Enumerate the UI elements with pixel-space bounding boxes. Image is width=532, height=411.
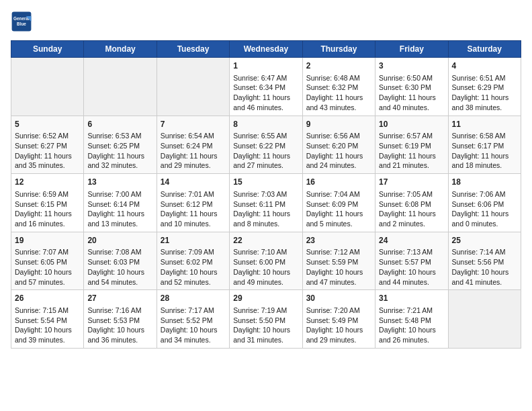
calendar-day-cell: 17Sunrise: 7:05 AMSunset: 6:08 PMDayligh…	[375, 174, 448, 232]
calendar-day-cell: 6Sunrise: 6:53 AMSunset: 6:25 PMDaylight…	[84, 116, 157, 174]
calendar-week-row: 5Sunrise: 6:52 AMSunset: 6:27 PMDaylight…	[11, 116, 521, 174]
calendar-day-cell: 10Sunrise: 6:57 AMSunset: 6:19 PMDayligh…	[375, 116, 448, 174]
logo-icon: General Blue	[11, 11, 32, 32]
day-number: 25	[452, 235, 517, 246]
calendar-day-cell: 19Sunrise: 7:07 AMSunset: 6:05 PMDayligh…	[11, 232, 84, 290]
weekday-header: Sunday	[11, 41, 84, 58]
day-number: 2	[306, 60, 371, 72]
day-number: 13	[87, 177, 152, 188]
calendar-day-cell: 20Sunrise: 7:08 AMSunset: 6:03 PMDayligh…	[84, 232, 157, 290]
calendar-week-row: 19Sunrise: 7:07 AMSunset: 6:05 PMDayligh…	[11, 232, 521, 290]
day-number: 21	[161, 235, 226, 246]
calendar-day-cell: 12Sunrise: 6:59 AMSunset: 6:15 PMDayligh…	[11, 174, 84, 232]
calendar-week-row: 12Sunrise: 6:59 AMSunset: 6:15 PMDayligh…	[11, 174, 521, 232]
day-number: 16	[306, 177, 371, 188]
weekday-header: Monday	[84, 41, 157, 58]
calendar-day-cell: 28Sunrise: 7:17 AMSunset: 5:52 PMDayligh…	[157, 290, 229, 349]
calendar-day-cell: 1Sunrise: 6:47 AMSunset: 6:34 PMDaylight…	[230, 58, 302, 116]
day-number: 7	[161, 119, 226, 130]
weekday-header-row: SundayMondayTuesdayWednesdayThursdayFrid…	[11, 41, 521, 58]
calendar-day-cell: 23Sunrise: 7:12 AMSunset: 5:59 PMDayligh…	[302, 232, 375, 290]
day-number: 31	[379, 293, 444, 304]
calendar-week-row: 1Sunrise: 6:47 AMSunset: 6:34 PMDaylight…	[11, 58, 521, 116]
weekday-header: Wednesday	[230, 41, 302, 58]
day-number: 4	[452, 60, 517, 72]
calendar-day-cell: 16Sunrise: 7:04 AMSunset: 6:09 PMDayligh…	[302, 174, 375, 232]
logo: General Blue	[11, 11, 35, 32]
calendar-day-cell: 13Sunrise: 7:00 AMSunset: 6:14 PMDayligh…	[84, 174, 157, 232]
weekday-header: Tuesday	[157, 41, 229, 58]
day-number: 15	[233, 177, 298, 188]
day-number: 1	[233, 60, 298, 72]
calendar-day-cell: 29Sunrise: 7:19 AMSunset: 5:50 PMDayligh…	[230, 290, 302, 349]
calendar-day-cell: 27Sunrise: 7:16 AMSunset: 5:53 PMDayligh…	[84, 290, 157, 349]
calendar-day-cell	[448, 290, 521, 349]
day-number: 17	[379, 177, 444, 188]
day-number: 6	[87, 119, 152, 130]
calendar-day-cell: 7Sunrise: 6:54 AMSunset: 6:24 PMDaylight…	[157, 116, 229, 174]
calendar-day-cell: 15Sunrise: 7:03 AMSunset: 6:11 PMDayligh…	[230, 174, 302, 232]
calendar-table: SundayMondayTuesdayWednesdayThursdayFrid…	[11, 40, 521, 349]
calendar-day-cell: 8Sunrise: 6:55 AMSunset: 6:22 PMDaylight…	[230, 116, 302, 174]
day-number: 8	[233, 119, 298, 130]
calendar-day-cell: 31Sunrise: 7:21 AMSunset: 5:48 PMDayligh…	[375, 290, 448, 349]
calendar-day-cell: 18Sunrise: 7:06 AMSunset: 6:06 PMDayligh…	[448, 174, 521, 232]
calendar-day-cell: 4Sunrise: 6:51 AMSunset: 6:29 PMDaylight…	[448, 58, 521, 116]
day-number: 29	[233, 293, 298, 304]
calendar-body: 1Sunrise: 6:47 AMSunset: 6:34 PMDaylight…	[11, 58, 521, 349]
day-number: 27	[87, 293, 152, 304]
day-number: 10	[379, 119, 444, 130]
weekday-header: Friday	[375, 41, 448, 58]
day-number: 23	[306, 235, 371, 246]
calendar-day-cell: 3Sunrise: 6:50 AMSunset: 6:30 PMDaylight…	[375, 58, 448, 116]
day-number: 3	[379, 60, 444, 72]
day-number: 28	[161, 293, 226, 304]
day-number: 14	[161, 177, 226, 188]
calendar-day-cell: 9Sunrise: 6:56 AMSunset: 6:20 PMDaylight…	[302, 116, 375, 174]
calendar-day-cell: 11Sunrise: 6:58 AMSunset: 6:17 PMDayligh…	[448, 116, 521, 174]
weekday-header: Thursday	[302, 41, 375, 58]
calendar-day-cell	[84, 58, 157, 116]
day-number: 18	[452, 177, 517, 188]
calendar-day-cell: 14Sunrise: 7:01 AMSunset: 6:12 PMDayligh…	[157, 174, 229, 232]
day-number: 20	[87, 235, 152, 246]
day-number: 24	[379, 235, 444, 246]
calendar-day-cell: 30Sunrise: 7:20 AMSunset: 5:49 PMDayligh…	[302, 290, 375, 349]
calendar-day-cell: 21Sunrise: 7:09 AMSunset: 6:02 PMDayligh…	[157, 232, 229, 290]
calendar-day-cell: 25Sunrise: 7:14 AMSunset: 5:56 PMDayligh…	[448, 232, 521, 290]
weekday-header: Saturday	[448, 41, 521, 58]
svg-text:Blue: Blue	[17, 21, 26, 26]
day-number: 19	[15, 235, 80, 246]
day-number: 5	[15, 119, 80, 130]
day-number: 22	[233, 235, 298, 246]
calendar-day-cell: 5Sunrise: 6:52 AMSunset: 6:27 PMDaylight…	[11, 116, 84, 174]
day-number: 11	[452, 119, 517, 130]
calendar-day-cell: 24Sunrise: 7:13 AMSunset: 5:57 PMDayligh…	[375, 232, 448, 290]
calendar-day-cell	[157, 58, 229, 116]
day-number: 26	[15, 293, 80, 304]
calendar-day-cell: 2Sunrise: 6:48 AMSunset: 6:32 PMDaylight…	[302, 58, 375, 116]
day-number: 12	[15, 177, 80, 188]
calendar-day-cell	[11, 58, 84, 116]
page-header: General Blue	[11, 11, 521, 32]
calendar-week-row: 26Sunrise: 7:15 AMSunset: 5:54 PMDayligh…	[11, 290, 521, 349]
day-number: 30	[306, 293, 371, 304]
day-number: 9	[306, 119, 371, 130]
calendar-day-cell: 22Sunrise: 7:10 AMSunset: 6:00 PMDayligh…	[230, 232, 302, 290]
calendar-day-cell: 26Sunrise: 7:15 AMSunset: 5:54 PMDayligh…	[11, 290, 84, 349]
